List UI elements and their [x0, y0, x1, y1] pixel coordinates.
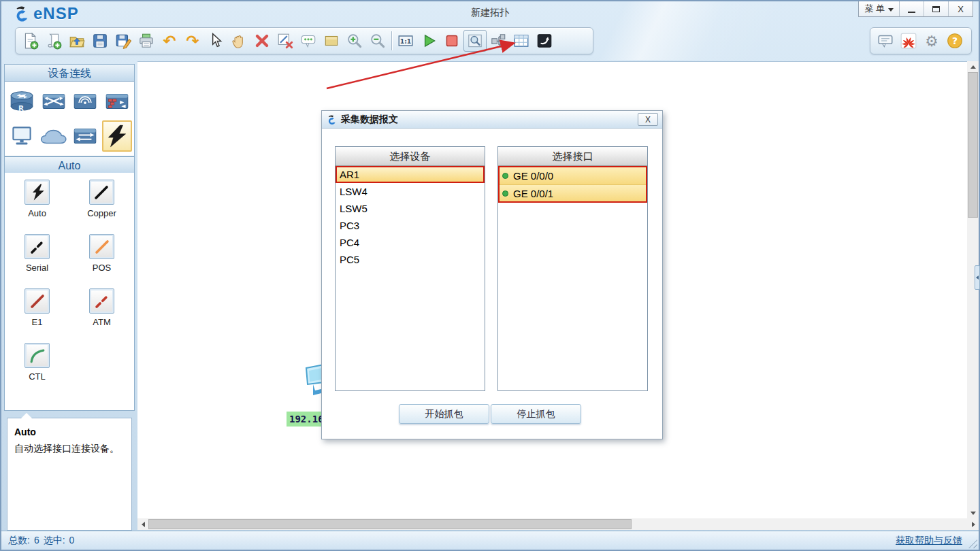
minimize-button[interactable] — [899, 1, 924, 16]
device-list-body[interactable]: AR1LSW4LSW5PC3PC4PC5 — [336, 166, 485, 390]
actual-size-button[interactable]: 1:1 — [394, 30, 417, 52]
link-type-e1-button[interactable] — [24, 288, 50, 314]
link-type-atm-button[interactable] — [89, 288, 114, 314]
cli-console-button[interactable] — [533, 30, 556, 52]
device-palette-hub[interactable] — [70, 120, 100, 152]
interface-list-item[interactable]: GE 0/0/0 — [500, 167, 646, 184]
link-type-auto-button[interactable] — [24, 180, 50, 205]
undo-button[interactable]: ↶ — [158, 30, 181, 52]
huawei-logo-button[interactable] — [897, 30, 920, 52]
delete-link-button[interactable] — [274, 30, 297, 52]
device-list-item[interactable]: PC5 — [336, 251, 485, 268]
device-palette-firewall[interactable] — [102, 86, 132, 117]
scroll-left-icon[interactable] — [137, 518, 148, 530]
device-palette-wlan[interactable] — [70, 86, 100, 117]
link-type-ctl-button[interactable] — [24, 343, 50, 368]
device-palette-cloud[interactable] — [39, 120, 69, 152]
cli-console-icon — [536, 32, 553, 50]
start-capture-button[interactable]: 开始抓包 — [399, 404, 489, 424]
print-button[interactable] — [135, 30, 158, 52]
stop-capture-button[interactable]: 停止抓包 — [491, 404, 581, 424]
redo-button[interactable]: ↷ — [181, 30, 204, 52]
panel-collapse-handle[interactable] — [975, 265, 980, 290]
save-icon — [91, 32, 109, 50]
comment-button[interactable] — [874, 30, 897, 52]
dialog-close-button[interactable]: X — [638, 113, 658, 126]
total-value: 6 — [34, 535, 39, 547]
new-text-icon — [45, 32, 63, 50]
link-type-label: CTL — [29, 371, 46, 382]
new-topology-button[interactable] — [19, 30, 42, 52]
close-button[interactable]: X — [948, 1, 973, 16]
open-button[interactable] — [65, 30, 88, 52]
interface-up-icon — [502, 173, 508, 179]
device-list-item[interactable]: AR1 — [336, 166, 485, 183]
interface-list-header: 选择接口 — [498, 147, 647, 166]
vertical-scrollbar[interactable] — [967, 61, 979, 518]
device-list-item[interactable]: LSW4 — [336, 183, 485, 200]
device-palette-switch[interactable] — [39, 86, 69, 117]
data-capture-button[interactable] — [487, 30, 510, 52]
zoom-in-button[interactable] — [343, 30, 366, 52]
delete-link-icon — [276, 32, 294, 50]
interface-select-list[interactable]: 选择接口 GE 0/0/0GE 0/0/1 — [497, 146, 648, 391]
auto-icon — [27, 182, 48, 203]
undo-icon: ↶ — [161, 32, 178, 50]
ctl-icon — [27, 346, 48, 366]
window-controls: 菜 单 X — [858, 1, 973, 17]
device-list-item[interactable]: PC3 — [336, 217, 485, 234]
selected-value: 0 — [69, 535, 75, 547]
link-type-e1: E1 — [24, 288, 50, 343]
horizontal-scrollbar[interactable] — [137, 518, 979, 530]
save-as-button[interactable] — [112, 30, 135, 52]
svg-text:R: R — [18, 104, 24, 112]
scroll-right-icon[interactable] — [968, 518, 979, 530]
maximize-button[interactable] — [924, 1, 948, 16]
interface-list-body[interactable]: GE 0/0/0GE 0/0/1 — [498, 166, 647, 390]
device-list-item[interactable]: PC4 — [336, 234, 485, 251]
stop-device-button[interactable] — [440, 30, 463, 52]
main-toolbar: ↶↷1:1 — [15, 27, 593, 54]
menu-button[interactable]: 菜 单 — [859, 1, 899, 16]
settings-button[interactable]: ⚙ — [920, 30, 943, 52]
pan-button[interactable] — [227, 30, 250, 52]
open-icon — [68, 32, 86, 50]
wlan-icon — [71, 89, 99, 114]
port-table-button[interactable] — [510, 30, 533, 52]
settings-icon: ⚙ — [923, 32, 941, 50]
link-type-pos-button[interactable] — [89, 234, 114, 259]
zoom-out-button[interactable] — [366, 30, 389, 52]
horizontal-scrollbar-thumb[interactable] — [148, 519, 632, 529]
pan-icon — [230, 32, 248, 50]
link-type-grid: AutoCopperSerialPOSE1ATMCTL — [4, 173, 135, 411]
description-title: Auto — [14, 427, 125, 437]
device-palette-terminal[interactable] — [7, 120, 37, 152]
link-type-serial-button[interactable] — [24, 234, 50, 259]
scroll-down-icon[interactable] — [967, 507, 979, 518]
connection-icon — [103, 124, 131, 148]
select-button[interactable] — [204, 30, 227, 52]
scroll-up-icon[interactable] — [967, 61, 979, 72]
new-text-button[interactable] — [42, 30, 65, 52]
note-button[interactable] — [320, 30, 343, 52]
vertical-scrollbar-thumb[interactable] — [968, 72, 978, 218]
packet-capture-view-button[interactable] — [463, 30, 487, 52]
help-button[interactable]: ? — [943, 30, 966, 52]
save-button[interactable] — [88, 30, 112, 52]
device-list-item[interactable]: LSW5 — [336, 200, 485, 217]
resize-grip[interactable] — [968, 539, 977, 548]
link-type-atm: ATM — [89, 288, 114, 343]
help-feedback-link[interactable]: 获取帮助与反馈 — [896, 535, 962, 547]
link-type-pos: POS — [89, 234, 114, 288]
text-button[interactable] — [297, 30, 320, 52]
interface-list-item[interactable]: GE 0/0/1 — [500, 184, 646, 201]
link-type-ctl: CTL — [24, 343, 50, 397]
link-type-copper-button[interactable] — [89, 180, 114, 205]
start-device-button[interactable] — [417, 30, 440, 52]
device-palette-connection[interactable] — [102, 120, 132, 152]
dialog-titlebar: 采集数据报文 X — [322, 111, 662, 129]
device-select-list[interactable]: 选择设备 AR1LSW4LSW5PC3PC4PC5 — [335, 146, 485, 391]
svg-text:1:1: 1:1 — [400, 37, 411, 45]
delete-button[interactable] — [250, 30, 274, 52]
device-palette-router[interactable]: R — [7, 86, 37, 117]
